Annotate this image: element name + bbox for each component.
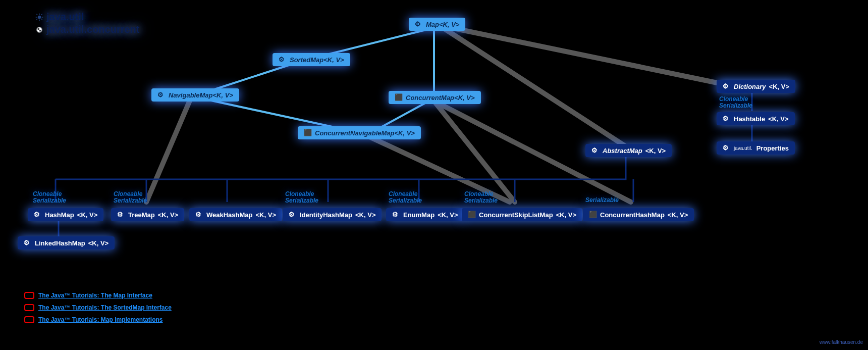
- node-hashtable[interactable]: ⚙Hashtable<K, V>: [717, 112, 795, 125]
- oracle-icon: [24, 316, 34, 323]
- annot-idhm: Cloneable Serializable: [285, 191, 318, 204]
- node-concurrentskiplistmap[interactable]: ⬛ConcurrentSkipListMap<K, V>: [462, 208, 582, 221]
- gear-icon: ⚙: [157, 91, 166, 99]
- node-identityhashmap[interactable]: ⚙IdentityHashMap<K, V>: [283, 208, 382, 221]
- gear-icon: ⚙: [195, 211, 203, 219]
- annot-enummap: Cloneable Serializable: [389, 191, 422, 204]
- node-dictionary[interactable]: ⚙Dictionary<K, V>: [717, 80, 795, 93]
- node-map[interactable]: ⚙Map<K, V>: [409, 18, 465, 31]
- checker-icon: ⬛: [589, 211, 597, 219]
- gear-icon: ⚙: [392, 211, 400, 219]
- annot-hashmap: Cloneable Serializable: [33, 191, 66, 204]
- gear-icon: ⚙: [24, 239, 32, 247]
- node-abstractmap[interactable]: ⚙AbstractMap<K, V>: [585, 144, 672, 157]
- annot-treemap: Cloneable Serializable: [114, 191, 147, 204]
- oracle-icon: [24, 304, 34, 311]
- node-concurrentnavigablemap[interactable]: ⬛ConcurrentNavigableMap<K, V>: [298, 126, 421, 139]
- gear-icon: ⚙: [34, 211, 42, 219]
- node-weakhashmap[interactable]: ⚙WeakHashMap<K, V>: [189, 208, 282, 221]
- gear-icon: ⚙: [591, 146, 600, 155]
- gear-icon: ⚙: [723, 82, 731, 90]
- checker-icon: ⬛: [304, 129, 312, 137]
- footer-link-sortedmap[interactable]: The Java™ Tutorials: The SortedMap Inter…: [24, 304, 172, 311]
- checker-icon: ⬛: [395, 93, 403, 102]
- gear-icon: ⚙: [279, 56, 287, 64]
- legend: java.util java.util.concurrent: [35, 10, 140, 36]
- svg-rect-15: [39, 13, 39, 15]
- node-navigablemap[interactable]: ⚙NavigableMap<K, V>: [151, 88, 239, 102]
- node-treemap[interactable]: ⚙TreeMap<K, V>: [111, 208, 184, 221]
- svg-rect-17: [36, 17, 37, 17]
- svg-line-5: [434, 101, 515, 202]
- legend-pkg-util: java.util: [46, 11, 84, 23]
- svg-line-0: [439, 25, 626, 146]
- svg-rect-25: [38, 28, 39, 29]
- svg-line-2: [146, 96, 192, 202]
- footer-link-map[interactable]: The Java™ Tutorials: The Map Interface: [24, 292, 152, 299]
- legend-pkg-concurrent: java.util.concurrent: [46, 24, 140, 35]
- gear-icon: [35, 13, 43, 21]
- gear-icon: ⚙: [117, 211, 125, 219]
- gear-icon: ⚙: [723, 144, 731, 152]
- node-concurrentmap[interactable]: ⬛ConcurrentMap<K, V>: [389, 91, 481, 104]
- gear-icon: ⚙: [289, 211, 297, 219]
- node-concurrenthashmap[interactable]: ⬛ConcurrentHashMap<K, V>: [583, 208, 694, 221]
- gear-icon: ⚙: [723, 115, 731, 123]
- svg-rect-20: [41, 18, 42, 20]
- node-properties[interactable]: ⚙java.util.Properties: [717, 141, 795, 155]
- svg-rect-22: [36, 18, 38, 20]
- svg-rect-18: [42, 17, 43, 17]
- annot-hashtable: Cloneable Serializable: [719, 96, 752, 109]
- node-linkedhashmap[interactable]: ⚙LinkedHashMap<K, V>: [18, 236, 115, 249]
- node-enummap[interactable]: ⚙EnumMap<K, V>: [386, 208, 464, 221]
- annot-cskiplm: Cloneable Serializable: [464, 191, 498, 204]
- checker-icon: ⬛: [468, 211, 476, 219]
- svg-point-14: [38, 15, 41, 19]
- svg-rect-16: [39, 19, 39, 21]
- node-sortedmap[interactable]: ⚙SortedMap<K, V>: [273, 53, 350, 66]
- svg-line-1: [439, 25, 732, 86]
- source-note: www.falkhausen.de: [820, 339, 863, 345]
- node-hashmap[interactable]: ⚙HashMap<K, V>: [28, 208, 103, 221]
- svg-rect-21: [41, 14, 42, 15]
- annot-conchm: Serializable: [585, 197, 619, 204]
- svg-rect-26: [39, 30, 41, 31]
- gear-icon: ⚙: [415, 20, 423, 28]
- svg-rect-19: [36, 14, 38, 15]
- checker-icon: [35, 26, 43, 34]
- oracle-icon: [24, 292, 34, 299]
- footer-link-impls[interactable]: The Java™ Tutorials: Map Implementations: [24, 316, 163, 323]
